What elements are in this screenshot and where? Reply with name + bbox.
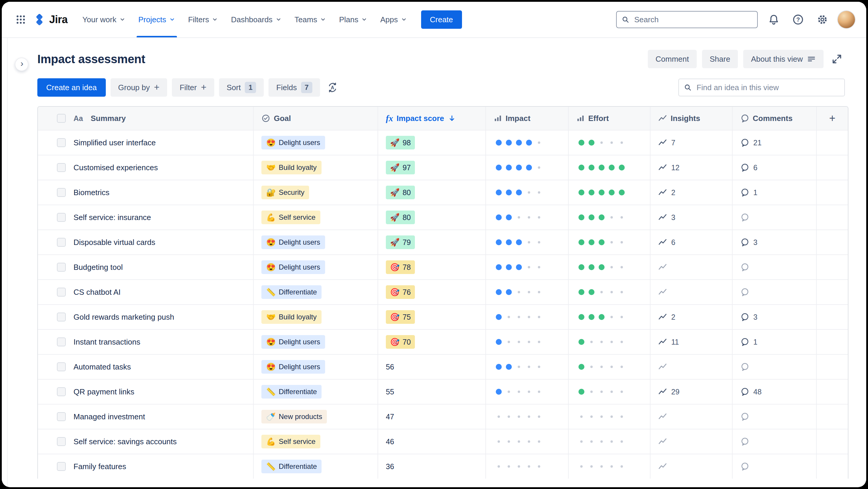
table-row[interactable]: CS chatbot AI 📏 Differentiate 🎯 76 <box>38 279 848 304</box>
settings-button[interactable] <box>814 11 831 28</box>
goal-cell[interactable]: 📏 Differentiate <box>253 454 377 479</box>
table-row[interactable]: Managed investment 🍼 New products 47 <box>38 404 848 429</box>
nav-item-apps[interactable]: Apps <box>374 2 413 37</box>
row-checkbox[interactable] <box>57 363 66 371</box>
table-row[interactable]: Automated tasks 😍 Delight users 56 <box>38 354 848 379</box>
impact-dots[interactable] <box>486 155 568 180</box>
row-checkbox[interactable] <box>57 138 66 147</box>
insights-column-header[interactable]: Insights <box>650 107 732 130</box>
comments-cell[interactable] <box>732 280 816 304</box>
summary-cell[interactable]: Budgeting tool <box>38 255 253 279</box>
insights-cell[interactable]: 6 <box>650 230 732 254</box>
effort-dots[interactable] <box>568 131 650 155</box>
comments-cell[interactable] <box>732 355 816 379</box>
goal-cell[interactable]: 😍 Delight users <box>253 230 377 254</box>
effort-dots[interactable] <box>568 454 650 479</box>
nav-item-teams[interactable]: Teams <box>288 2 333 37</box>
insights-cell[interactable]: 11 <box>650 330 732 354</box>
impact-score-cell[interactable]: 🎯 75 <box>377 305 486 329</box>
table-row[interactable]: Self service: savings accounts 💪 Self se… <box>38 429 848 454</box>
share-button[interactable]: Share <box>702 50 738 68</box>
impact-dots[interactable] <box>486 280 568 304</box>
goal-cell[interactable]: 😍 Delight users <box>253 255 377 279</box>
notifications-button[interactable] <box>766 11 782 28</box>
effort-column-header[interactable]: Effort <box>568 107 650 130</box>
impact-dots[interactable] <box>486 180 568 205</box>
row-checkbox[interactable] <box>57 238 66 247</box>
group-by-button[interactable]: Group by+ <box>111 78 167 97</box>
goal-cell[interactable]: 🤝 Build loyalty <box>253 305 377 329</box>
summary-cell[interactable]: Simplified user interface <box>38 131 253 155</box>
effort-dots[interactable] <box>568 355 650 379</box>
comments-column-header[interactable]: Comments <box>732 107 816 130</box>
user-avatar[interactable] <box>838 11 855 28</box>
comments-cell[interactable] <box>732 404 816 429</box>
impact-score-column-header[interactable]: fx Impact score <box>377 107 486 130</box>
goal-cell[interactable]: 😍 Delight users <box>253 131 377 155</box>
table-row[interactable]: Customised experiences 🤝 Build loyalty 🚀… <box>38 155 848 180</box>
summary-cell[interactable]: CS chatbot AI <box>38 280 253 304</box>
add-column-button[interactable]: + <box>816 107 848 130</box>
impact-column-header[interactable]: Impact <box>486 107 568 130</box>
insights-cell[interactable]: 7 <box>650 131 732 155</box>
expand-sidebar-button[interactable]: › <box>15 58 28 71</box>
row-checkbox[interactable] <box>57 338 66 346</box>
row-checkbox[interactable] <box>57 213 66 222</box>
insights-cell[interactable]: 3 <box>650 205 732 230</box>
nav-item-dashboards[interactable]: Dashboards <box>224 2 288 37</box>
impact-score-cell[interactable]: 36 <box>377 454 486 479</box>
row-checkbox[interactable] <box>57 313 66 321</box>
effort-dots[interactable] <box>568 255 650 279</box>
comments-cell[interactable]: 6 <box>732 155 816 180</box>
impact-score-cell[interactable]: 🎯 76 <box>377 280 486 304</box>
row-checkbox[interactable] <box>57 387 66 396</box>
auto-sort-button[interactable]: A <box>325 80 340 95</box>
summary-cell[interactable]: Gold rewards marketing push <box>38 305 253 329</box>
table-row[interactable]: Self service: insurance 💪 Self service 🚀… <box>38 205 848 230</box>
table-row[interactable]: Biometrics 🔐 Security 🚀 80 2 1 <box>38 180 848 205</box>
table-row[interactable]: Disposable virtual cards 😍 Delight users… <box>38 230 848 254</box>
goal-cell[interactable]: 🔐 Security <box>253 180 377 205</box>
nav-item-projects[interactable]: Projects <box>132 2 182 37</box>
row-checkbox[interactable] <box>57 263 66 271</box>
goal-cell[interactable]: 🤝 Build loyalty <box>253 155 377 180</box>
goal-cell[interactable]: 🍼 New products <box>253 404 377 429</box>
comments-cell[interactable]: 1 <box>732 180 816 205</box>
comments-cell[interactable]: 1 <box>732 330 816 354</box>
app-switcher-button[interactable] <box>13 12 28 27</box>
select-all-checkbox[interactable] <box>57 114 66 123</box>
comments-cell[interactable] <box>732 205 816 230</box>
about-view-button[interactable]: About this view <box>743 50 824 68</box>
insights-cell[interactable] <box>650 404 732 429</box>
impact-score-cell[interactable]: 🎯 78 <box>377 255 486 279</box>
filter-button[interactable]: Filter+ <box>172 78 214 97</box>
goal-cell[interactable]: 😍 Delight users <box>253 330 377 354</box>
comments-cell[interactable] <box>732 255 816 279</box>
summary-cell[interactable]: Self service: insurance <box>38 205 253 230</box>
comments-cell[interactable]: 21 <box>732 131 816 155</box>
effort-dots[interactable] <box>568 230 650 254</box>
row-checkbox[interactable] <box>57 437 66 446</box>
row-checkbox[interactable] <box>57 288 66 296</box>
impact-dots[interactable] <box>486 404 568 429</box>
impact-dots[interactable] <box>486 355 568 379</box>
insights-cell[interactable] <box>650 429 732 454</box>
goal-cell[interactable]: 😍 Delight users <box>253 355 377 379</box>
help-button[interactable]: ? <box>790 11 806 28</box>
effort-dots[interactable] <box>568 280 650 304</box>
impact-score-cell[interactable]: 🎯 70 <box>377 330 486 354</box>
nav-item-plans[interactable]: Plans <box>333 2 374 37</box>
comments-cell[interactable]: 3 <box>732 230 816 254</box>
impact-dots[interactable] <box>486 305 568 329</box>
summary-cell[interactable]: QR payment links <box>38 380 253 404</box>
table-row[interactable]: QR payment links 📏 Differentiate 55 29 4… <box>38 379 848 404</box>
summary-column-header[interactable]: Aa Summary <box>38 107 253 130</box>
row-checkbox[interactable] <box>57 163 66 172</box>
impact-score-cell[interactable]: 🚀 97 <box>377 155 486 180</box>
insights-cell[interactable]: 2 <box>650 305 732 329</box>
impact-dots[interactable] <box>486 205 568 230</box>
jira-logo[interactable]: Jira <box>33 13 68 26</box>
table-row[interactable]: Instant transactions 😍 Delight users 🎯 7… <box>38 329 848 354</box>
row-checkbox[interactable] <box>57 412 66 421</box>
summary-cell[interactable]: Managed investment <box>38 404 253 429</box>
